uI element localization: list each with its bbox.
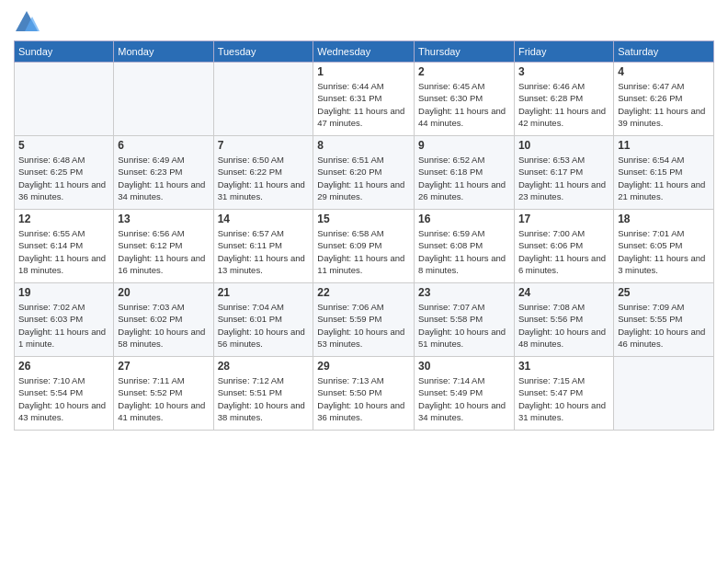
day-number: 18: [618, 213, 710, 225]
day-info: Sunrise: 7:02 AM Sunset: 6:03 PM Dayligh…: [18, 301, 109, 350]
day-info: Sunrise: 7:10 AM Sunset: 5:54 PM Dayligh…: [18, 374, 109, 423]
day-number: 30: [418, 360, 510, 373]
day-info: Sunrise: 6:59 AM Sunset: 6:08 PM Dayligh…: [418, 227, 510, 276]
day-number: 10: [518, 139, 609, 152]
calendar-cell: 25Sunrise: 7:09 AM Sunset: 5:55 PM Dayli…: [614, 283, 714, 357]
day-info: Sunrise: 7:03 AM Sunset: 6:02 PM Dayligh…: [118, 301, 209, 350]
calendar-cell: 4Sunrise: 6:47 AM Sunset: 6:26 PM Daylig…: [614, 63, 714, 136]
day-info: Sunrise: 6:50 AM Sunset: 6:22 PM Dayligh…: [218, 154, 310, 202]
day-info: Sunrise: 6:48 AM Sunset: 6:25 PM Dayligh…: [18, 154, 109, 202]
day-number: 13: [118, 213, 209, 225]
page: SundayMondayTuesdayWednesdayThursdayFrid…: [0, 0, 728, 563]
calendar-week-row: 12Sunrise: 6:55 AM Sunset: 6:14 PM Dayli…: [15, 210, 714, 283]
calendar-cell: [15, 63, 114, 136]
day-number: 27: [118, 360, 209, 373]
calendar-cell: 10Sunrise: 6:53 AM Sunset: 6:17 PM Dayli…: [514, 136, 613, 210]
day-info: Sunrise: 6:49 AM Sunset: 6:23 PM Dayligh…: [118, 154, 209, 202]
calendar-cell: 11Sunrise: 6:54 AM Sunset: 6:15 PM Dayli…: [614, 136, 714, 210]
day-number: 29: [317, 360, 410, 373]
day-number: 22: [317, 286, 410, 299]
day-number: 11: [618, 139, 710, 152]
day-number: 26: [18, 360, 109, 373]
calendar-cell: 27Sunrise: 7:11 AM Sunset: 5:52 PM Dayli…: [114, 357, 213, 431]
day-info: Sunrise: 6:54 AM Sunset: 6:15 PM Dayligh…: [618, 154, 710, 202]
calendar-cell: 1Sunrise: 6:44 AM Sunset: 6:31 PM Daylig…: [313, 63, 415, 136]
day-info: Sunrise: 6:56 AM Sunset: 6:12 PM Dayligh…: [118, 227, 209, 276]
calendar-cell: 23Sunrise: 7:07 AM Sunset: 5:58 PM Dayli…: [415, 283, 515, 357]
day-info: Sunrise: 7:06 AM Sunset: 5:59 PM Dayligh…: [317, 301, 410, 350]
weekday-header-row: SundayMondayTuesdayWednesdayThursdayFrid…: [15, 41, 714, 63]
calendar-cell: 5Sunrise: 6:48 AM Sunset: 6:25 PM Daylig…: [15, 136, 114, 210]
day-number: 15: [317, 213, 410, 225]
calendar-cell: 18Sunrise: 7:01 AM Sunset: 6:05 PM Dayli…: [614, 210, 714, 283]
calendar-cell: 19Sunrise: 7:02 AM Sunset: 6:03 PM Dayli…: [15, 283, 114, 357]
calendar-cell: 20Sunrise: 7:03 AM Sunset: 6:02 PM Dayli…: [114, 283, 213, 357]
day-info: Sunrise: 7:07 AM Sunset: 5:58 PM Dayligh…: [418, 301, 510, 350]
calendar-week-row: 26Sunrise: 7:10 AM Sunset: 5:54 PM Dayli…: [15, 357, 714, 431]
header: [14, 9, 714, 35]
calendar-cell: [614, 357, 714, 431]
day-info: Sunrise: 7:04 AM Sunset: 6:01 PM Dayligh…: [218, 301, 310, 350]
calendar-week-row: 5Sunrise: 6:48 AM Sunset: 6:25 PM Daylig…: [15, 136, 714, 210]
day-info: Sunrise: 6:57 AM Sunset: 6:11 PM Dayligh…: [218, 227, 310, 276]
day-number: 2: [418, 65, 510, 78]
weekday-header: Tuesday: [213, 41, 313, 63]
calendar-week-row: 19Sunrise: 7:02 AM Sunset: 6:03 PM Dayli…: [15, 283, 714, 357]
calendar-cell: 8Sunrise: 6:51 AM Sunset: 6:20 PM Daylig…: [313, 136, 415, 210]
day-info: Sunrise: 6:45 AM Sunset: 6:30 PM Dayligh…: [418, 80, 510, 129]
day-info: Sunrise: 7:12 AM Sunset: 5:51 PM Dayligh…: [218, 374, 310, 423]
weekday-header: Saturday: [614, 41, 714, 63]
calendar-cell: 21Sunrise: 7:04 AM Sunset: 6:01 PM Dayli…: [213, 283, 313, 357]
calendar-cell: 30Sunrise: 7:14 AM Sunset: 5:49 PM Dayli…: [415, 357, 515, 431]
calendar-cell: 3Sunrise: 6:46 AM Sunset: 6:28 PM Daylig…: [514, 63, 613, 136]
calendar-cell: 2Sunrise: 6:45 AM Sunset: 6:30 PM Daylig…: [415, 63, 515, 136]
day-number: 1: [317, 65, 410, 78]
calendar-cell: 13Sunrise: 6:56 AM Sunset: 6:12 PM Dayli…: [114, 210, 213, 283]
calendar-cell: 22Sunrise: 7:06 AM Sunset: 5:59 PM Dayli…: [313, 283, 415, 357]
day-info: Sunrise: 6:46 AM Sunset: 6:28 PM Dayligh…: [518, 80, 609, 129]
day-info: Sunrise: 6:53 AM Sunset: 6:17 PM Dayligh…: [518, 154, 609, 202]
calendar-cell: 16Sunrise: 6:59 AM Sunset: 6:08 PM Dayli…: [415, 210, 515, 283]
day-number: 19: [18, 286, 109, 299]
calendar-cell: 9Sunrise: 6:52 AM Sunset: 6:18 PM Daylig…: [415, 136, 515, 210]
day-number: 23: [418, 286, 510, 299]
calendar-cell: 6Sunrise: 6:49 AM Sunset: 6:23 PM Daylig…: [114, 136, 213, 210]
day-number: 7: [218, 139, 310, 152]
day-info: Sunrise: 6:52 AM Sunset: 6:18 PM Dayligh…: [418, 154, 510, 202]
day-number: 28: [218, 360, 310, 373]
day-info: Sunrise: 6:55 AM Sunset: 6:14 PM Dayligh…: [18, 227, 109, 276]
weekday-header: Wednesday: [313, 41, 415, 63]
day-info: Sunrise: 6:47 AM Sunset: 6:26 PM Dayligh…: [618, 80, 710, 129]
day-info: Sunrise: 7:09 AM Sunset: 5:55 PM Dayligh…: [618, 301, 710, 350]
calendar-cell: 29Sunrise: 7:13 AM Sunset: 5:50 PM Dayli…: [313, 357, 415, 431]
day-info: Sunrise: 7:01 AM Sunset: 6:05 PM Dayligh…: [618, 227, 710, 276]
calendar-cell: 24Sunrise: 7:08 AM Sunset: 5:56 PM Dayli…: [514, 283, 613, 357]
logo-icon: [14, 9, 40, 35]
day-info: Sunrise: 6:51 AM Sunset: 6:20 PM Dayligh…: [317, 154, 410, 202]
day-number: 25: [618, 286, 710, 299]
calendar-cell: 17Sunrise: 7:00 AM Sunset: 6:06 PM Dayli…: [514, 210, 613, 283]
day-info: Sunrise: 7:13 AM Sunset: 5:50 PM Dayligh…: [317, 374, 410, 423]
weekday-header: Monday: [114, 41, 213, 63]
day-number: 6: [118, 139, 209, 152]
calendar-cell: 14Sunrise: 6:57 AM Sunset: 6:11 PM Dayli…: [213, 210, 313, 283]
day-number: 31: [518, 360, 609, 373]
calendar-cell: 28Sunrise: 7:12 AM Sunset: 5:51 PM Dayli…: [213, 357, 313, 431]
day-number: 16: [418, 213, 510, 225]
calendar-cell: 26Sunrise: 7:10 AM Sunset: 5:54 PM Dayli…: [15, 357, 114, 431]
calendar-cell: 31Sunrise: 7:15 AM Sunset: 5:47 PM Dayli…: [514, 357, 613, 431]
day-number: 5: [18, 139, 109, 152]
calendar-cell: [213, 63, 313, 136]
weekday-header: Sunday: [15, 41, 114, 63]
day-number: 17: [518, 213, 609, 225]
day-number: 12: [18, 213, 109, 225]
calendar-cell: 12Sunrise: 6:55 AM Sunset: 6:14 PM Dayli…: [15, 210, 114, 283]
day-info: Sunrise: 7:11 AM Sunset: 5:52 PM Dayligh…: [118, 374, 209, 423]
day-info: Sunrise: 6:58 AM Sunset: 6:09 PM Dayligh…: [317, 227, 410, 276]
day-info: Sunrise: 6:44 AM Sunset: 6:31 PM Dayligh…: [317, 80, 410, 129]
day-number: 14: [218, 213, 310, 225]
day-number: 20: [118, 286, 209, 299]
day-number: 24: [518, 286, 609, 299]
day-info: Sunrise: 7:15 AM Sunset: 5:47 PM Dayligh…: [518, 374, 609, 423]
day-number: 4: [618, 65, 710, 78]
